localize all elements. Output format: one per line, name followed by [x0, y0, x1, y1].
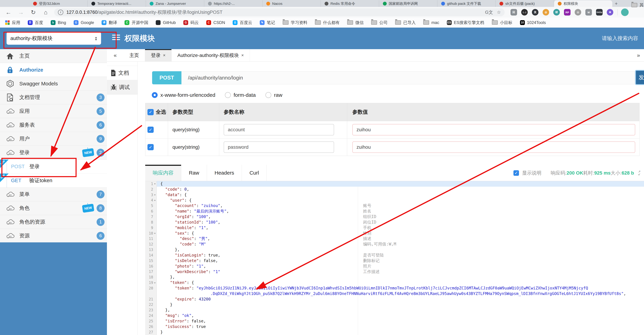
bookmark-item[interactable]: 微信	[347, 20, 364, 25]
browser-tab[interactable]: github pack 文件下载	[438, 0, 496, 7]
sidebar-item-菜单[interactable]: API菜单7	[0, 188, 107, 201]
bookmark-item[interactable]: G码云	[183, 20, 199, 25]
bookmark-item[interactable]: GitHub	[156, 20, 176, 25]
page-tab-登录[interactable]: 登录×	[145, 49, 172, 62]
bookmark-item[interactable]: 已导入	[395, 20, 416, 25]
browser-tab[interactable]: Zana - Jumpserver	[146, 0, 204, 7]
fold-icon[interactable]: ▾	[153, 182, 156, 185]
content-type-option[interactable]: x-www-form-urlencoded	[152, 92, 215, 98]
extension-icon[interactable]: M	[585, 9, 592, 16]
select-all-checkbox[interactable]: ✓	[148, 109, 154, 115]
browser-tab[interactable]: Temporary Interacti...	[88, 0, 146, 7]
content-type-option[interactable]: form-data	[225, 92, 256, 98]
bookmark-item[interactable]: GGoogle	[74, 20, 94, 25]
page-tab-主页[interactable]: 主页	[124, 49, 145, 62]
bookmark-item[interactable]: ✎笔记	[260, 20, 275, 25]
tab-调试[interactable]: 调试	[107, 80, 138, 94]
fold-icon[interactable]: ▾	[153, 232, 156, 234]
radio-icon[interactable]	[225, 92, 231, 98]
extension-icon[interactable]: 球	[553, 9, 560, 16]
expand-tabs-icon[interactable]: »	[633, 49, 644, 62]
page-info-icon[interactable]: i	[58, 10, 63, 15]
bookmark-item[interactable]: mac	[423, 20, 439, 25]
fold-icon[interactable]: ▾	[153, 194, 156, 196]
extension-icon[interactable]: RP	[564, 9, 570, 16]
param-value-input[interactable]	[352, 142, 635, 153]
row-checkbox[interactable]: ✓	[148, 144, 154, 150]
param-name-input[interactable]	[224, 142, 334, 153]
request-url-field[interactable]: /api/authority/anno/login	[182, 71, 635, 84]
header-search-placeholder[interactable]: 请输入搜索内容	[602, 28, 638, 49]
response-tab-Curl[interactable]: Curl	[242, 165, 267, 181]
close-tab-icon[interactable]: ×	[241, 53, 244, 58]
close-tab-icon[interactable]: ×	[163, 53, 166, 58]
show-desc-checkbox[interactable]: ✓	[514, 170, 519, 176]
extension-icon[interactable]: {…}	[521, 9, 528, 16]
sidebar-item-Authorize[interactable]: Authorize	[0, 63, 107, 77]
page-tab-Authorize-authority-权限模块[interactable]: Authorize-authority-权限模块×	[172, 49, 250, 62]
sidebar-item-登录[interactable]: API登录NEW2	[0, 146, 107, 160]
bookmark-item[interactable]: C开源中国	[124, 20, 148, 25]
bookmark-item[interactable]: 什么都有	[315, 20, 340, 25]
browser-tab[interactable]: 登营/32Jdcm	[29, 0, 88, 7]
sidebar-item-资源[interactable]: API资源6	[0, 229, 107, 243]
tab-label: github pack 文件下载	[447, 1, 481, 6]
back-button[interactable]: ←	[4, 9, 12, 16]
extension-icon[interactable]: O	[575, 9, 581, 16]
sidebar-item-服务表[interactable]: API服务表6	[0, 118, 107, 132]
send-button[interactable]: 发送	[635, 70, 644, 85]
bookmark-star-icon[interactable]: ☆	[497, 10, 501, 15]
extension-icon[interactable]: 回	[510, 9, 517, 16]
bookmark-item[interactable]: bBing	[51, 20, 66, 25]
collapse-tabs-icon[interactable]: «	[107, 49, 124, 62]
sidebar-item-角色[interactable]: API角色NEW8	[0, 201, 107, 215]
browser-tab[interactable]: sh文件后缀 (pack)	[496, 0, 554, 7]
sidebar-item-角色的资源[interactable]: API角色的资源1	[0, 215, 107, 229]
radio-icon[interactable]	[152, 92, 158, 98]
browser-tab[interactable]: 权限模块	[554, 0, 612, 7]
sidebar-item-Swagger Models[interactable]: Swagger Models	[0, 77, 107, 90]
extension-icon[interactable]: ◎	[542, 9, 549, 16]
extension-icon[interactable]: 英	[532, 9, 538, 16]
browser-tab[interactable]: 国家邮政局申诉网	[379, 0, 438, 7]
extension-icon[interactable]: ✻	[607, 9, 613, 16]
sidebar-item-文档管理[interactable]: 文档管理3	[0, 90, 107, 104]
param-name-input[interactable]	[224, 124, 334, 136]
bookmark-item[interactable]: CCSDN	[206, 20, 225, 25]
bookmark-item[interactable]: 101024Tools	[520, 20, 546, 25]
address-bar[interactable]: i 127.0.0.1:8760/api/gate/doc.html#/auth…	[54, 8, 505, 16]
home-button[interactable]: ⌂	[42, 9, 50, 16]
browser-tab[interactable]: Redis 常用命令	[321, 0, 379, 7]
param-value-input[interactable]	[352, 124, 635, 136]
tab-文档[interactable]: 文档	[107, 66, 138, 80]
response-tab-Headers[interactable]: Headers	[207, 165, 242, 181]
browser-tab[interactable]: Nacos	[262, 0, 321, 7]
reload-button[interactable]: ↻	[29, 9, 37, 16]
content-type-option[interactable]: raw	[266, 92, 282, 98]
sidebar-item-主页[interactable]: 主页	[0, 49, 107, 63]
response-json-editor[interactable]: 1▾{2"code": 0,3▾"data": {4▾"user": {5"ac…	[145, 181, 644, 335]
bookmark-item[interactable]: 应用	[5, 20, 20, 25]
row-checkbox[interactable]: ✓	[148, 126, 154, 133]
fold-icon[interactable]: ▾	[153, 199, 156, 202]
browser-tab[interactable]: https://sh2-...	[204, 0, 262, 7]
response-tab-Raw[interactable]: Raw	[181, 165, 207, 181]
sidebar-item-应用[interactable]: API应用5	[0, 104, 107, 118]
fullscreen-icon[interactable]: ↗↙	[638, 170, 640, 176]
new-tab-button[interactable]: +	[612, 0, 620, 7]
bookmark-item[interactable]: 译翻译	[102, 20, 117, 25]
bookmark-item[interactable]: 学习资料	[283, 20, 307, 25]
translate-icon[interactable]: G文	[485, 9, 493, 15]
fold-icon[interactable]: ▾	[153, 282, 156, 284]
sidebar-item-用户[interactable]: API用户9	[0, 132, 107, 146]
extension-icon[interactable]: GitZip	[596, 9, 602, 16]
radio-icon[interactable]	[266, 92, 271, 98]
bookmark-item[interactable]: 小目标	[492, 20, 512, 25]
bookmark-item[interactable]: 云百度云	[233, 20, 252, 25]
bookmark-item[interactable]: 公司	[371, 20, 388, 25]
bookmark-item[interactable]: ESES搜索引擎文档	[447, 20, 484, 25]
bookmark-item[interactable]: 百百度	[28, 20, 43, 25]
response-tab-响应内容[interactable]: 响应内容	[145, 165, 181, 181]
other-bookmarks[interactable]: 其他书签	[627, 0, 644, 10]
forward-button[interactable]: →	[17, 9, 25, 16]
